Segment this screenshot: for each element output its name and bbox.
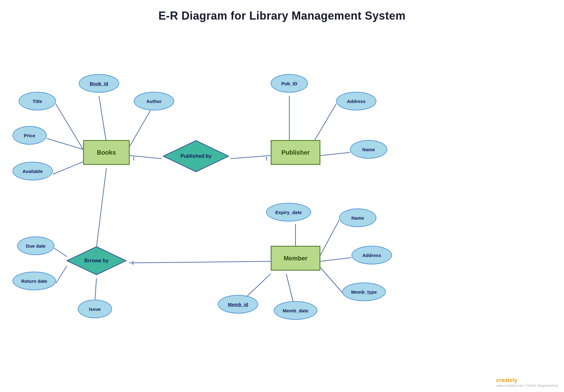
page-title: E-R Diagram for Library Management Syste… [0, 0, 564, 22]
attr-name-member: Name [339, 208, 376, 227]
svg-line-18 [54, 248, 67, 257]
svg-line-5 [130, 156, 162, 159]
attr-memb-type: Memb_type [342, 282, 386, 301]
svg-line-9 [320, 152, 350, 156]
svg-line-0 [99, 96, 106, 143]
svg-line-1 [56, 104, 83, 149]
svg-line-20 [95, 278, 96, 302]
watermark-brand: creately [496, 377, 558, 384]
relationship-published-by: Published by [162, 139, 230, 173]
attr-book-id: Book_id [79, 74, 119, 93]
attr-issue: Issue [78, 300, 112, 318]
attr-name-publisher: Name [350, 140, 387, 159]
watermark-sub: www.creately.com • Online Diagramming [496, 384, 558, 387]
attr-pub-id: Pub_ID [271, 74, 308, 93]
relationship-browse-by: Brrowe by [65, 245, 128, 276]
watermark: creately www.creately.com • Online Diagr… [496, 377, 558, 387]
svg-line-17 [129, 261, 271, 263]
svg-line-13 [320, 268, 342, 292]
svg-line-4 [53, 162, 83, 174]
svg-line-16 [96, 168, 106, 247]
attr-expiry-date: Expiry_date [266, 203, 311, 222]
svg-line-3 [47, 138, 83, 149]
attr-memb-id: Memb_id [218, 295, 258, 314]
attr-price: Price [12, 126, 47, 145]
svg-line-12 [320, 258, 352, 261]
attr-title: Title [19, 92, 56, 110]
attr-available: Available [12, 162, 53, 180]
entity-member: Member [271, 246, 320, 271]
attr-due-date: Due date [17, 236, 54, 255]
diagram-container: Books Publisher Member Published by Brro… [0, 25, 564, 392]
attr-return-date: Return date [12, 272, 56, 290]
entity-publisher: Publisher [271, 140, 320, 165]
attr-address-publisher: Address [336, 92, 376, 110]
attr-author: Author [134, 92, 174, 110]
attr-memb-date: Memb_date [274, 301, 317, 320]
svg-line-11 [320, 220, 339, 255]
entity-books: Books [83, 140, 130, 165]
attr-address-member: Address [352, 246, 392, 264]
svg-line-6 [230, 156, 271, 159]
svg-line-2 [130, 104, 154, 146]
